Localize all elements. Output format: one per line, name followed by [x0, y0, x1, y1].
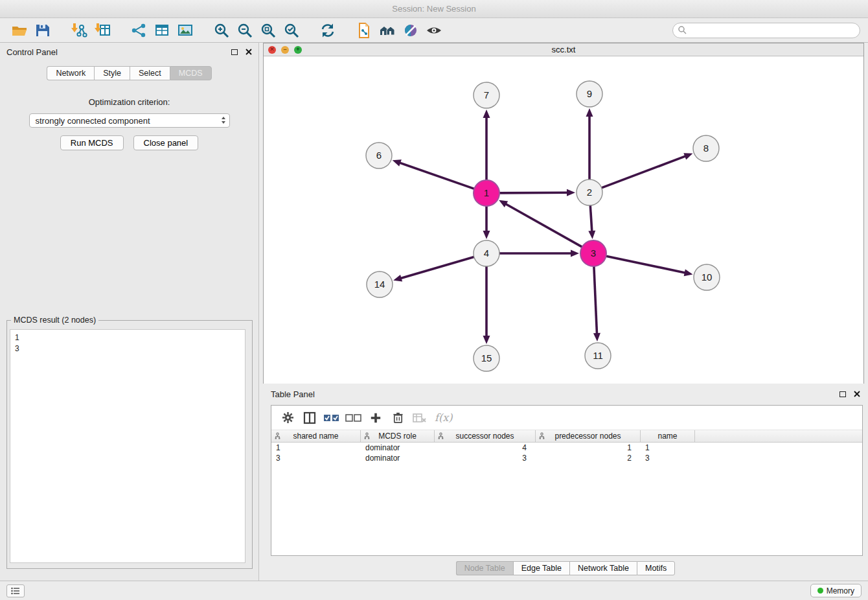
graph-edge-3-1[interactable]	[499, 200, 582, 247]
column-header-shared-name[interactable]: shared name	[271, 430, 361, 442]
graph-node-15[interactable]: 15	[474, 345, 499, 371]
zoom-selected-icon[interactable]	[281, 20, 302, 41]
graph-node-8[interactable]: 8	[693, 135, 719, 161]
cell-mcds-role[interactable]: dominator	[361, 443, 435, 453]
table-header-row: shared name MCDS role successor nodes pr…	[271, 430, 862, 443]
graph-node-4[interactable]: 4	[474, 240, 499, 266]
column-header-name[interactable]: name	[641, 430, 695, 442]
tab-network-table[interactable]: Network Table	[569, 561, 637, 575]
graph-node-14[interactable]: 14	[367, 271, 393, 297]
show-hide-eye-icon[interactable]	[424, 20, 444, 41]
float-table-panel-icon[interactable]	[839, 391, 846, 397]
open-folder-icon[interactable]	[9, 20, 30, 41]
memory-button[interactable]: Memory	[810, 584, 862, 597]
graph-edge-4-15[interactable]	[483, 266, 490, 344]
create-column-plus-icon[interactable]	[365, 408, 387, 428]
cell-successor-nodes[interactable]: 3	[435, 453, 536, 463]
table-row[interactable]: 1 dominator 4 1 1	[271, 443, 862, 453]
cell-successor-nodes[interactable]: 4	[435, 443, 536, 453]
window-minimize-icon[interactable]: –	[281, 46, 289, 54]
import-network-file-icon[interactable]	[69, 20, 89, 41]
graph-node-2[interactable]: 2	[577, 179, 602, 205]
graph-edge-3-11[interactable]	[593, 266, 600, 341]
delete-table-icon	[409, 408, 431, 428]
graph-edge-4-3[interactable]	[499, 250, 579, 257]
network-window-title: scc.txt	[552, 45, 576, 54]
zoom-out-icon[interactable]	[234, 20, 255, 41]
refresh-icon[interactable]	[317, 20, 338, 41]
graph-edge-4-14[interactable]	[393, 257, 474, 282]
delete-column-trash-icon[interactable]	[387, 408, 409, 428]
graph-edge-1-6[interactable]	[393, 159, 474, 189]
graph-edge-1-4[interactable]	[483, 206, 490, 239]
column-type-icon	[437, 432, 444, 440]
cell-mcds-role[interactable]: dominator	[361, 453, 435, 463]
cell-predecessor-nodes[interactable]: 2	[536, 453, 641, 463]
column-header-successor-nodes[interactable]: successor nodes	[435, 430, 536, 442]
cell-shared-name[interactable]: 3	[271, 453, 361, 463]
cell-shared-name[interactable]: 1	[271, 443, 361, 453]
optimization-criterion-dropdown[interactable]: strongly connected component	[29, 113, 230, 128]
first-neighbors-icon[interactable]	[377, 20, 398, 41]
run-mcds-button[interactable]: Run MCDS	[60, 135, 124, 150]
tab-style[interactable]: Style	[94, 66, 130, 80]
float-panel-icon[interactable]	[231, 49, 238, 55]
optimization-criterion-label: Optimization criterion:	[0, 97, 258, 107]
mcds-result-list[interactable]: 1 3	[10, 329, 246, 563]
graph-edge-2-9[interactable]	[586, 108, 593, 179]
cell-predecessor-nodes[interactable]: 1	[536, 443, 641, 453]
tab-node-table[interactable]: Node Table	[456, 561, 513, 575]
tab-network[interactable]: Network	[47, 66, 94, 80]
graph-node-10[interactable]: 10	[694, 264, 720, 290]
tab-select[interactable]: Select	[130, 66, 170, 80]
network-from-table-icon[interactable]	[152, 20, 172, 41]
zoom-fit-icon[interactable]	[258, 20, 279, 41]
tab-mcds[interactable]: MCDS	[170, 66, 212, 80]
cell-name[interactable]: 3	[641, 453, 695, 463]
tab-edge-table[interactable]: Edge Table	[513, 561, 569, 575]
window-zoom-icon[interactable]: +	[294, 46, 302, 54]
network-document-icon[interactable]	[354, 20, 374, 41]
style-brush-icon[interactable]	[400, 20, 421, 41]
show-column-panel-icon[interactable]	[299, 408, 321, 428]
graph-node-9[interactable]: 9	[577, 81, 602, 107]
close-panel-icon[interactable]	[246, 49, 252, 55]
graph-node-1[interactable]: 1	[474, 180, 499, 206]
network-canvas[interactable]: 7968124310141511	[264, 57, 863, 384]
main-toolbar	[0, 18, 868, 43]
table-content: f(x) shared name MCDS role successor nod…	[271, 405, 863, 556]
save-session-icon[interactable]	[32, 20, 53, 41]
memory-status-icon	[817, 588, 823, 594]
column-header-predecessor-nodes[interactable]: predecessor nodes	[536, 430, 641, 442]
graph-edge-2-8[interactable]	[602, 153, 693, 188]
cell-name[interactable]: 1	[641, 443, 695, 453]
select-all-columns-icon[interactable]	[321, 408, 343, 428]
graph-edge-2-3[interactable]	[588, 205, 595, 239]
export-image-icon[interactable]	[175, 20, 196, 41]
network-window-titlebar[interactable]: ✕ – + scc.txt	[264, 43, 863, 56]
close-panel-button[interactable]: Close panel	[133, 135, 199, 150]
import-table-file-icon[interactable]	[92, 20, 113, 41]
graph-edge-1-7[interactable]	[483, 110, 490, 180]
table-row[interactable]: 3 dominator 3 2 3	[271, 453, 862, 463]
control-panel-tabs: Network Style Select MCDS	[0, 66, 258, 80]
zoom-in-icon[interactable]	[211, 20, 232, 41]
window-close-icon[interactable]: ✕	[268, 46, 276, 54]
graph-node-3[interactable]: 3	[580, 240, 606, 266]
close-table-panel-icon[interactable]	[854, 391, 860, 397]
graph-edge-1-2[interactable]	[499, 189, 575, 196]
search-input[interactable]	[672, 23, 860, 38]
table-toolbar: f(x)	[271, 406, 862, 430]
column-header-mcds-role[interactable]: MCDS role	[361, 430, 435, 442]
graph-node-11[interactable]: 11	[585, 343, 611, 369]
graph-node-6[interactable]: 6	[366, 143, 392, 168]
dropdown-stepper-icon	[222, 117, 225, 124]
table-settings-gear-icon[interactable]	[277, 408, 299, 428]
task-history-button[interactable]	[6, 584, 25, 597]
graph-node-7[interactable]: 7	[474, 82, 499, 108]
svg-text:3: 3	[591, 248, 596, 259]
new-network-icon[interactable]	[128, 20, 149, 41]
graph-edge-3-10[interactable]	[606, 256, 693, 276]
tab-motifs[interactable]: Motifs	[637, 561, 675, 575]
unselect-all-columns-icon[interactable]	[343, 408, 365, 428]
